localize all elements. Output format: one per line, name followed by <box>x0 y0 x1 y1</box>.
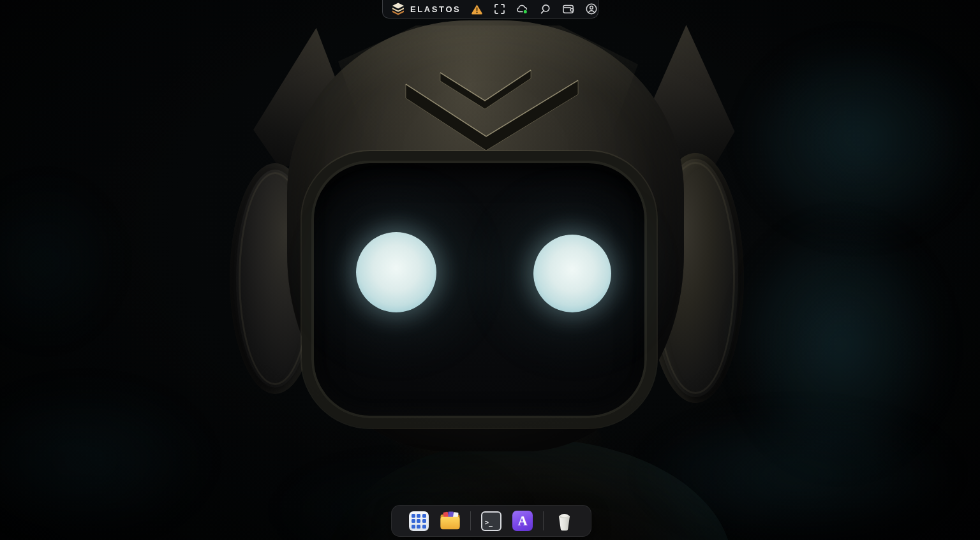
dock-separator <box>470 511 471 530</box>
account-icon[interactable] <box>585 3 598 15</box>
trash-button[interactable] <box>553 510 575 532</box>
smoke-left <box>0 147 147 376</box>
terminal-prompt-glyph: >_ <box>485 519 493 526</box>
robot-eye-left <box>356 232 436 312</box>
fullscreen-icon[interactable] <box>493 3 506 15</box>
letter-a-icon: A <box>512 511 533 531</box>
a-app-button[interactable]: A <box>512 510 533 532</box>
terminal-icon: >_ <box>481 511 501 531</box>
dock: >_ A <box>391 505 591 537</box>
app-grid-icon <box>409 511 429 531</box>
app-launcher-button[interactable] <box>408 510 429 532</box>
desktop: ELASTOS <box>0 0 980 540</box>
menubar-status-icons <box>470 3 598 15</box>
wallet-icon[interactable] <box>562 3 575 15</box>
search-icon[interactable] <box>539 3 552 15</box>
warning-triangle-icon[interactable] <box>470 3 483 15</box>
chevron-emblem <box>396 62 587 152</box>
cloud-sync-icon[interactable] <box>516 3 529 15</box>
robot-eye-right <box>533 235 611 312</box>
robot-face-screen <box>311 161 647 418</box>
dock-separator <box>543 511 544 530</box>
menubar-title: ELASTOS <box>410 5 461 13</box>
trash-icon <box>556 511 573 532</box>
terminal-button[interactable]: >_ <box>480 510 502 532</box>
smoke-bottom-left <box>0 344 274 540</box>
folder-icon <box>439 511 461 531</box>
smoke-right-mid <box>708 185 980 504</box>
file-manager-button[interactable] <box>439 510 461 532</box>
elastos-menu-button[interactable]: ELASTOS <box>391 3 461 15</box>
elastos-logo-icon <box>391 3 405 15</box>
menubar: ELASTOS <box>382 0 598 18</box>
